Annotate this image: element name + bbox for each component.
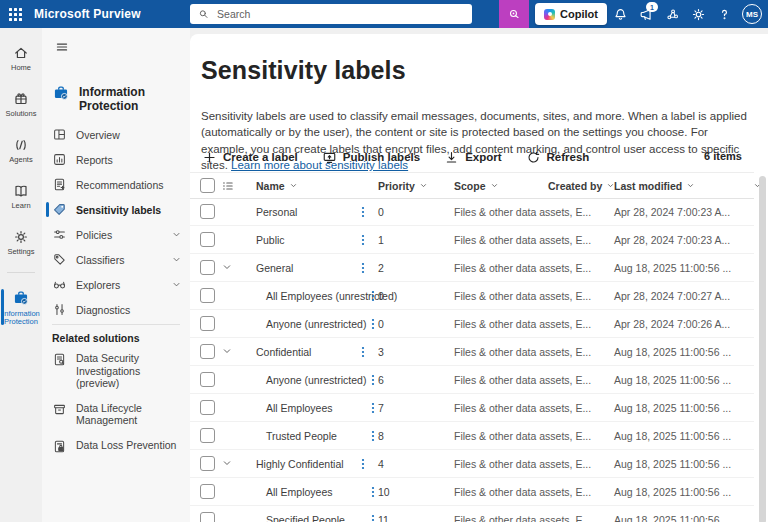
chevron-down-icon — [289, 181, 298, 190]
security-copilot-button[interactable] — [499, 0, 529, 28]
label-priority: 3 — [378, 338, 384, 365]
column-header-name[interactable]: Name — [256, 173, 298, 198]
rail-item-information-protection[interactable]: Information Protection — [0, 281, 42, 333]
table-row[interactable]: Personal 0 Files & other data assets, E.… — [190, 198, 754, 226]
table-row[interactable]: Confidential 3 Files & other data assets… — [190, 338, 754, 366]
sidebar-item[interactable]: Recommendations — [42, 172, 190, 197]
rail-item[interactable]: Agents — [0, 130, 42, 170]
refresh-icon — [526, 150, 541, 165]
rail-item[interactable]: Solutions — [0, 84, 42, 124]
sidebar-item[interactable]: Policies — [42, 222, 190, 247]
label-last-modified: Aug 18, 2025 11:00:56 ... — [614, 506, 731, 522]
row-checkbox[interactable] — [200, 260, 215, 275]
column-header-priority[interactable]: Priority — [378, 173, 428, 198]
row-checkbox[interactable] — [200, 232, 215, 247]
label-last-modified: Aug 18, 2025 11:00:56 ... — [614, 450, 731, 477]
vertical-scrollbar[interactable] — [759, 176, 766, 522]
global-search[interactable] — [190, 4, 472, 24]
toolbar-button-label: Publish labels — [343, 151, 420, 163]
rail-item[interactable]: Learn — [0, 176, 42, 216]
table-row[interactable]: Anyone (unrestricted) 0 Files & other da… — [190, 310, 754, 338]
avatar[interactable]: MS — [742, 4, 762, 24]
more-actions-icon[interactable] — [357, 233, 369, 247]
table-row[interactable]: Public 1 Files & other data assets, E...… — [190, 226, 754, 254]
data-loss-prevention-icon — [52, 439, 67, 454]
sidebar-item[interactable]: Reports — [42, 147, 190, 172]
label-last-modified: Aug 18, 2025 11:00:56 ... — [614, 366, 731, 393]
column-header-scope[interactable]: Scope — [454, 173, 499, 198]
reports-icon — [52, 152, 67, 167]
more-actions-icon[interactable] — [357, 205, 369, 219]
toolbar-button[interactable]: Publish labels — [322, 150, 420, 165]
sidebar-item[interactable]: Classifiers — [42, 247, 190, 272]
expand-chevron-icon[interactable] — [221, 261, 233, 273]
label-name[interactable]: Trusted People — [266, 422, 337, 449]
label-name[interactable]: Specified People — [266, 506, 345, 522]
collapse-nav-button[interactable] — [50, 36, 74, 58]
row-checkbox[interactable] — [200, 400, 215, 415]
toolbar-button[interactable]: Export — [444, 150, 501, 165]
expand-chevron-icon[interactable] — [221, 345, 233, 357]
table-row[interactable]: All Employees 7 Files & other data asset… — [190, 394, 754, 422]
row-checkbox[interactable] — [200, 288, 215, 303]
row-checkbox[interactable] — [200, 512, 215, 522]
table-row[interactable]: Highly Confidential 4 Files & other data… — [190, 450, 754, 478]
row-checkbox[interactable] — [200, 316, 215, 331]
row-checkbox[interactable] — [200, 372, 215, 387]
app-launcher-button[interactable] — [0, 0, 30, 28]
select-all-checkbox[interactable] — [200, 178, 215, 193]
more-actions-icon[interactable] — [357, 261, 369, 275]
table-row[interactable]: General 2 Files & other data assets, E..… — [190, 254, 754, 282]
table-row[interactable]: All Employees (unrestricted) 0 Files & o… — [190, 282, 754, 310]
copilot-button[interactable]: Copilot — [535, 3, 607, 25]
search-input[interactable] — [215, 7, 464, 21]
label-scope: Files & other data assets, E... — [454, 450, 591, 477]
table-row[interactable]: All Employees 10 Files & other data asse… — [190, 478, 754, 506]
topbar-icon-button[interactable] — [685, 0, 711, 28]
waffle-icon — [9, 8, 22, 21]
copilot-icon — [544, 9, 555, 20]
related-solution-item[interactable]: Data Lifecycle Management — [42, 396, 190, 433]
related-solution-item[interactable]: Data Security Investigations (preview) — [42, 346, 190, 396]
sidebar-item[interactable]: Explorers — [42, 272, 190, 297]
topbar-icon-button[interactable] — [659, 0, 685, 28]
topbar-icon-button[interactable] — [711, 0, 737, 28]
sidebar-item-label: Recommendations — [76, 179, 164, 191]
rail-item[interactable]: Home — [0, 38, 42, 78]
expand-chevron-icon[interactable] — [221, 457, 233, 469]
sidebar-item[interactable]: Overview — [42, 122, 190, 147]
toolbar-button[interactable]: Create a label — [202, 150, 298, 165]
column-header-created-by[interactable]: Created by — [548, 173, 615, 198]
label-name[interactable]: General — [256, 254, 293, 281]
label-name[interactable]: Confidential — [256, 338, 311, 365]
more-actions-icon[interactable] — [357, 457, 369, 471]
toolbar-button[interactable]: Refresh — [526, 150, 590, 165]
label-scope: Files & other data assets, E... — [454, 310, 591, 337]
label-name[interactable]: Anyone (unrestricted) — [266, 366, 366, 393]
label-name[interactable]: Anyone (unrestricted) — [266, 310, 366, 337]
row-checkbox[interactable] — [200, 204, 215, 219]
label-scope: Files & other data assets, E... — [454, 422, 591, 449]
topbar-icon-button[interactable]: 1 — [633, 0, 659, 28]
row-checkbox[interactable] — [200, 456, 215, 471]
table-row[interactable]: Specified People 11 Files & other data a… — [190, 506, 754, 522]
label-name[interactable]: Public — [256, 226, 285, 253]
row-checkbox[interactable] — [200, 484, 215, 499]
sidebar-item[interactable]: Sensitivity labels — [42, 197, 190, 222]
label-name[interactable]: All Employees — [266, 394, 333, 421]
agents-icon — [13, 137, 29, 153]
table-row[interactable]: Anyone (unrestricted) 6 Files & other da… — [190, 366, 754, 394]
solutions-icon — [13, 91, 29, 107]
topbar-icon-button[interactable] — [607, 0, 633, 28]
column-header-last-modified[interactable]: Last modified — [614, 173, 695, 198]
row-checkbox[interactable] — [200, 428, 215, 443]
row-checkbox[interactable] — [200, 344, 215, 359]
related-solution-item[interactable]: Data Loss Prevention — [42, 433, 190, 460]
label-name[interactable]: Personal — [256, 198, 297, 225]
more-actions-icon[interactable] — [357, 345, 369, 359]
table-row[interactable]: Trusted People 8 Files & other data asse… — [190, 422, 754, 450]
rail-item[interactable]: Settings — [0, 222, 42, 262]
sidebar-item[interactable]: Diagnostics — [42, 297, 190, 322]
label-name[interactable]: All Employees — [266, 478, 333, 505]
label-name[interactable]: Highly Confidential — [256, 450, 344, 477]
